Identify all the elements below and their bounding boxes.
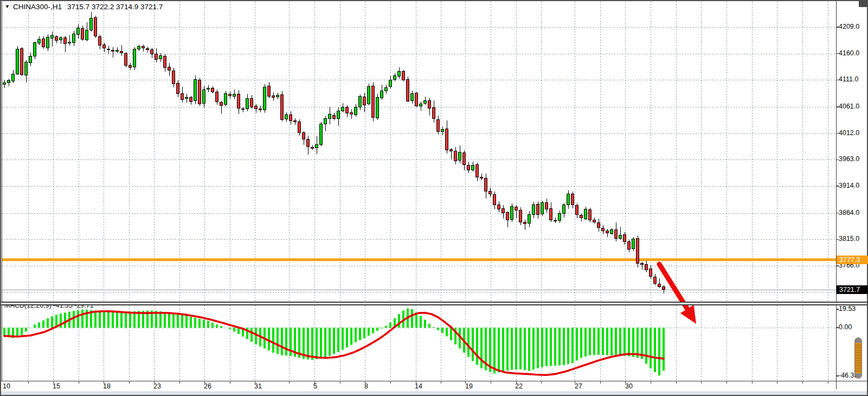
symbol-timeframe: CHINA300-,H1 [13,3,62,11]
price-axis-label: 4111.0 [839,75,858,83]
scrollbar-cap-bottom [855,373,861,378]
price-axis-label: 3864.0 [839,209,859,216]
panel-separator[interactable] [1,302,867,305]
price-axis-label: 4061.0 [839,103,859,110]
window-corner-box [859,1,867,7]
trading-chart-window: ▼CHINA300-,H13715.7 3722.2 3714.9 3721.7… [0,0,868,396]
chart-canvas[interactable] [0,0,868,396]
price-axis-label: 4012.0 [839,129,859,137]
scrollbar-thumb[interactable] [854,337,862,379]
macd-axis-label: 0.00 [839,323,852,331]
price-axis-label: 4160.0 [839,49,859,57]
candles-layer [3,12,665,293]
macd-axis-label: 19.53 [839,305,856,312]
axes-layer[interactable] [1,1,867,389]
scrollbar-cap-top [855,338,861,343]
chart-title: ▼CHINA300-,H13715.7 3722.2 3714.9 3721.7 [5,3,163,11]
price-axis-label: 4209.0 [839,23,859,30]
ohlc-values: 3715.7 3722.2 3714.9 3721.7 [67,3,163,11]
current-price-tag: 3721.7 [837,285,868,294]
bottom-margin-strip [1,391,867,395]
orange-line-price-tag: 3777.3 [837,256,868,264]
trend-arrow-annotation [659,264,696,324]
symbol-dropdown-icon[interactable]: ▼ [5,4,10,9]
macd-layer [3,308,665,375]
price-axis-label: 3963.0 [839,155,859,163]
price-axis-label: 3815.0 [839,235,859,242]
price-axis-label: 3914.0 [839,182,859,189]
price-lines-layer [2,260,836,290]
